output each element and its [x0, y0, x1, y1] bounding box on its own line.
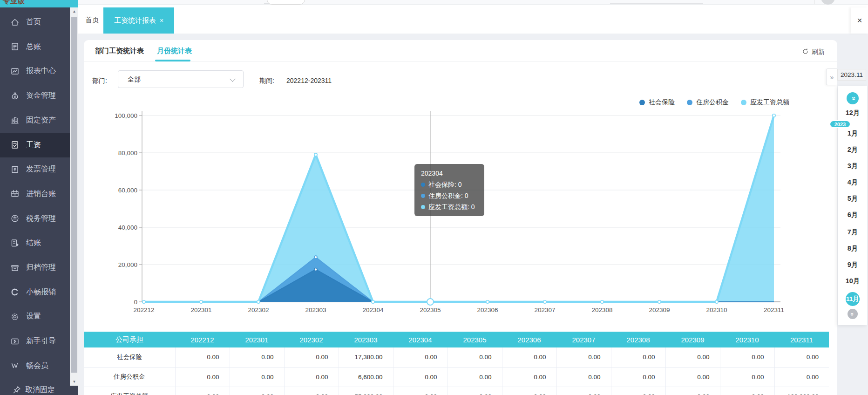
edition-badge-label: 专业版	[3, 0, 25, 6]
month-item-1[interactable]: 12月	[838, 107, 867, 118]
month-item-2[interactable]: 1月	[838, 128, 867, 139]
month-item-10[interactable]: 9月	[838, 259, 867, 270]
sidebar-item-label: 发票管理	[26, 164, 56, 174]
svg-text:202306: 202306	[477, 306, 498, 313]
top-bar	[78, 0, 868, 5]
sidebar-item-label: 报表中心	[26, 66, 56, 76]
assets-icon	[10, 116, 20, 125]
refresh-label: 刷新	[812, 48, 825, 56]
table-cell: 0.00	[774, 347, 829, 367]
tab-home[interactable]: 首页	[85, 16, 99, 25]
month-item-9[interactable]: 8月	[838, 243, 867, 254]
table-header-row: 公司承担202212202301202302202303202304202305…	[84, 332, 829, 347]
scroll-down-arrow-icon[interactable]: ▼	[70, 378, 78, 386]
table-cell: 0.00	[720, 347, 774, 367]
table-column-header: 202303	[339, 332, 393, 347]
sidebar-item-tax[interactable]: 税务管理	[0, 206, 70, 231]
sidebar-unpin-label: 取消固定	[25, 385, 55, 395]
table-cell: 0.00	[611, 387, 665, 395]
department-select[interactable]: 全部	[118, 70, 244, 88]
sidebar-item-reimburse[interactable]: 小畅报销	[0, 280, 70, 305]
table-cell: 0.00	[393, 347, 448, 367]
month-item-5[interactable]: 4月	[838, 177, 867, 188]
svg-text:202310: 202310	[706, 306, 727, 313]
sidebar-item-home[interactable]: 首页	[0, 10, 70, 34]
table-cell: 0.00	[556, 367, 611, 387]
sidebar-item-member[interactable]: 畅会员	[0, 354, 70, 378]
sidebar-item-salary[interactable]: 工资	[0, 133, 70, 157]
subtab-department-report[interactable]: 部门工资统计表	[95, 47, 144, 55]
table-column-header: 202301	[230, 332, 284, 347]
collapse-panel-button[interactable]: »	[826, 68, 837, 85]
guide-icon	[10, 337, 20, 346]
double-chevron-down-icon: »	[849, 312, 856, 315]
table-column-header: 202309	[665, 332, 720, 347]
topbar-search-pill[interactable]	[267, 0, 305, 5]
table-cell: 0.00	[230, 347, 284, 367]
home-icon	[10, 18, 20, 27]
table-cell: 0.00	[230, 367, 284, 387]
table-column-header: 202310	[720, 332, 774, 347]
sidebar-item-archive[interactable]: 归档管理	[0, 255, 70, 280]
months-scroll-up-button[interactable]: «	[847, 92, 859, 104]
tab-close-icon[interactable]: ×	[160, 17, 163, 24]
months-scroll-down-button[interactable]: »	[848, 309, 858, 319]
sidebar-item-closing[interactable]: 结账	[0, 231, 70, 255]
month-item-3[interactable]: 2月	[838, 144, 867, 155]
close-all-tabs-button[interactable]: ×	[851, 7, 868, 34]
topbar-separator	[814, 0, 814, 4]
company-burden-table: 公司承担202212202301202302202303202304202305…	[84, 332, 829, 395]
sidebar-item-guide[interactable]: 新手引导	[0, 329, 70, 354]
tab-salary-report[interactable]: 工资统计报表 ×	[103, 7, 174, 34]
svg-text:202307: 202307	[534, 306, 555, 313]
table-row-label: 社会保险	[84, 347, 175, 367]
month-item-8[interactable]: 7月	[838, 226, 867, 238]
sidebar-item-label: 新手引导	[26, 336, 56, 346]
sidebar-item-funds[interactable]: 资金管理	[0, 83, 70, 108]
table-cell: 0.00	[502, 387, 556, 395]
table-cell: 0.00	[774, 367, 829, 387]
svg-text:0: 0	[134, 299, 137, 306]
sidebar-item-settings[interactable]: 设置	[0, 304, 70, 329]
refresh-button[interactable]: 刷新	[802, 48, 825, 56]
table-cell: 0.00	[448, 387, 502, 395]
sidebar-item-label: 税务管理	[26, 214, 56, 224]
scroll-up-arrow-icon[interactable]: ▲	[70, 7, 78, 15]
sidebar-item-invoice[interactable]: 发票管理	[0, 157, 70, 182]
subtab-month-report[interactable]: 月份统计表	[157, 47, 192, 55]
department-filter-label: 部门:	[92, 77, 107, 85]
table-column-header: 202212	[175, 332, 230, 347]
sidebar-item-inout[interactable]: 进销台账	[0, 182, 70, 206]
table-cell: 0.00	[175, 347, 230, 367]
month-item-4[interactable]: 3月	[838, 160, 867, 171]
table-cell: 0.00	[556, 387, 611, 395]
month-item-11[interactable]: 10月	[838, 275, 867, 286]
tab-bar: 首页 工资统计报表 × ×	[78, 5, 868, 34]
table-cell: 55,000.00	[339, 387, 393, 395]
table-column-header: 202306	[502, 332, 556, 347]
refresh-icon	[802, 48, 809, 56]
month-item-12[interactable]: 11月	[846, 292, 860, 306]
sidebar-item-ledger[interactable]: 总账	[0, 34, 70, 59]
sidebar-item-label: 设置	[26, 312, 41, 321]
member-icon	[10, 361, 20, 370]
svg-text:202212: 202212	[133, 306, 154, 313]
scrollbar-thumb[interactable]	[71, 17, 77, 373]
sidebar-unpin-button[interactable]: 取消固定	[0, 385, 78, 395]
sidebar-scrollbar[interactable]: ▲ ▼	[70, 7, 78, 386]
year-badge: 2023	[829, 120, 851, 128]
sidebar-item-label: 归档管理	[26, 263, 56, 272]
table-row: 社会保险0.000.000.0017,380.000.000.000.000.0…	[84, 347, 829, 367]
month-item-6[interactable]: 5月	[838, 193, 867, 204]
table-cell: 0.00	[611, 367, 665, 387]
sidebar-item-assets[interactable]: 固定资产	[0, 108, 70, 133]
current-period-box[interactable]: 2023.11	[837, 69, 866, 81]
table-column-header: 202302	[284, 332, 339, 347]
svg-text:100,000: 100,000	[115, 112, 137, 119]
sidebar-item-reports[interactable]: 报表中心	[0, 59, 70, 83]
sidebar-item-label: 资金管理	[26, 91, 56, 101]
table-column-header: 202308	[611, 332, 665, 347]
table-cell: 17,380.00	[339, 347, 393, 367]
month-item-7[interactable]: 6月	[838, 209, 867, 220]
tab-salary-report-label: 工资统计报表	[114, 16, 156, 25]
